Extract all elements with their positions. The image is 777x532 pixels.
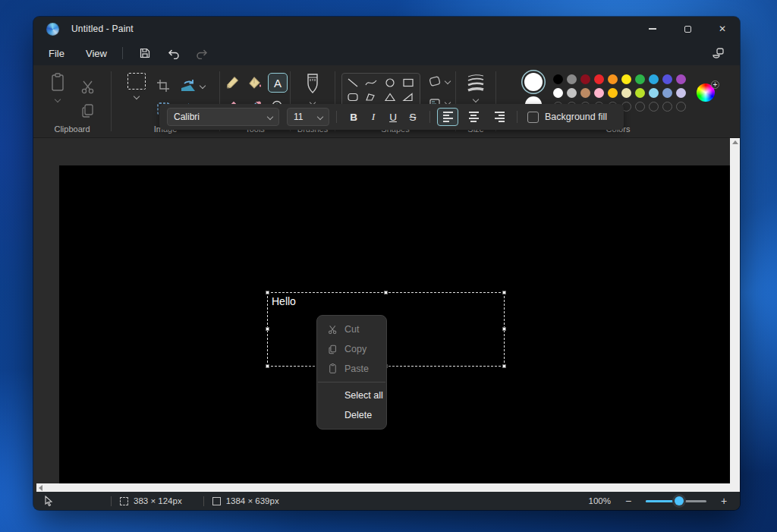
shape-right-triangle-icon[interactable] <box>402 93 414 102</box>
shape-line-icon[interactable] <box>347 78 359 87</box>
redo-button[interactable] <box>191 43 214 63</box>
shape-curve-icon[interactable] <box>365 78 377 87</box>
color-swatch[interactable] <box>594 88 604 98</box>
zoom-out-button[interactable]: − <box>623 495 634 507</box>
rotate-button[interactable] <box>180 79 205 93</box>
color-swatch[interactable] <box>594 74 604 84</box>
color-swatch[interactable] <box>608 88 618 98</box>
vertical-scrollbar[interactable] <box>730 138 740 493</box>
color-swatch[interactable] <box>580 88 590 98</box>
context-menu: Cut Copy Paste Select all <box>316 315 387 430</box>
paste-dropdown-chevron-icon <box>55 96 61 102</box>
context-menu-item-delete[interactable]: Delete <box>317 405 386 425</box>
color-swatch[interactable] <box>608 74 618 84</box>
minimize-icon <box>649 28 656 29</box>
size-button[interactable] <box>467 73 485 102</box>
custom-color-slot[interactable] <box>649 102 659 112</box>
resize-handle[interactable] <box>502 291 506 294</box>
zoom-slider[interactable] <box>646 496 706 505</box>
font-family-select[interactable]: Calibri <box>167 108 279 126</box>
color-swatch[interactable] <box>553 88 563 98</box>
crop-button[interactable] <box>156 79 170 93</box>
text-tool-button[interactable]: A <box>268 73 288 93</box>
align-left-button[interactable] <box>437 108 458 126</box>
resize-handle[interactable] <box>266 364 269 368</box>
shape-rounded-rectangle-icon[interactable] <box>347 93 359 102</box>
edit-colors-button[interactable]: + <box>697 83 716 103</box>
bold-button[interactable]: B <box>344 108 363 126</box>
custom-color-slot[interactable] <box>635 102 645 112</box>
select-icon <box>127 73 146 90</box>
undo-button[interactable] <box>162 43 185 63</box>
maximize-button[interactable] <box>670 17 705 41</box>
maximize-icon <box>684 26 691 33</box>
background-fill-checkbox[interactable] <box>527 112 539 123</box>
color-swatch[interactable] <box>649 88 659 98</box>
zoom-slider-thumb[interactable] <box>675 496 684 505</box>
color-swatch[interactable] <box>567 88 577 98</box>
color-swatch[interactable] <box>662 74 672 84</box>
color-swatch[interactable] <box>649 74 659 84</box>
fill-icon <box>247 75 263 90</box>
color-swatch[interactable] <box>553 74 563 84</box>
font-size-chevron-icon <box>317 114 323 120</box>
font-size-select[interactable]: 11 <box>287 108 329 126</box>
canvas-text[interactable]: Hello <box>272 295 296 307</box>
context-menu-item-select-all[interactable]: Select all <box>317 386 386 405</box>
color-swatch[interactable] <box>635 88 645 98</box>
resize-handle[interactable] <box>266 291 269 294</box>
color-swatch[interactable] <box>621 88 631 98</box>
minimize-button[interactable] <box>635 17 670 41</box>
zoom-in-button[interactable]: + <box>719 495 729 507</box>
resize-handle[interactable] <box>384 291 388 294</box>
paint-window: Untitled - Paint ✕ File View <box>33 17 740 510</box>
settings-button[interactable] <box>706 43 729 63</box>
resize-handle[interactable] <box>502 364 506 368</box>
shape-polygon-icon[interactable] <box>365 93 377 102</box>
close-button[interactable]: ✕ <box>705 17 740 41</box>
strikethrough-button[interactable]: S <box>403 108 423 126</box>
menu-file[interactable]: File <box>41 45 72 62</box>
size-dropdown-chevron-icon <box>473 96 479 102</box>
color-swatch[interactable] <box>676 74 686 84</box>
pencil-tool-button[interactable] <box>222 73 242 93</box>
color-swatch[interactable] <box>567 74 577 84</box>
underline-button[interactable]: U <box>383 108 403 126</box>
custom-color-slot[interactable] <box>662 102 672 112</box>
brushes-button[interactable] <box>305 73 320 105</box>
shape-outline-button[interactable] <box>428 76 450 87</box>
shape-rectangle-icon[interactable] <box>402 78 414 87</box>
align-center-button[interactable] <box>463 108 484 126</box>
copy-button[interactable] <box>81 103 95 118</box>
status-separator <box>111 496 112 506</box>
resize-handle[interactable] <box>502 327 506 331</box>
select-button[interactable] <box>127 73 146 99</box>
context-menu-item-paste: Paste <box>317 359 386 379</box>
color-swatch[interactable] <box>662 88 672 98</box>
save-button[interactable] <box>134 43 156 63</box>
paste-button[interactable] <box>49 73 66 102</box>
canvas-size-value: 1384 × 639px <box>226 496 279 505</box>
resize-handle[interactable] <box>266 327 269 331</box>
title-bar[interactable]: Untitled - Paint ✕ <box>33 17 740 41</box>
menu-separator <box>122 47 123 59</box>
color1-foreground-swatch[interactable] <box>524 73 543 91</box>
canvas[interactable]: Hello <box>59 165 730 483</box>
color-swatch[interactable] <box>621 74 631 84</box>
plus-icon: + <box>711 80 719 89</box>
italic-button[interactable]: I <box>363 108 383 126</box>
color-swatch[interactable] <box>580 74 590 84</box>
menu-view[interactable]: View <box>78 45 115 62</box>
color-swatch[interactable] <box>676 88 686 98</box>
shape-triangle-icon[interactable] <box>384 93 396 102</box>
color-swatch[interactable] <box>635 74 645 84</box>
shape-oval-icon[interactable] <box>384 78 396 87</box>
align-right-button[interactable] <box>489 108 510 126</box>
fill-tool-button[interactable] <box>245 73 265 93</box>
rotate-icon <box>180 79 197 93</box>
cut-icon <box>80 80 96 95</box>
background-fill-toggle[interactable]: Background fill <box>527 112 607 123</box>
shape-outline-chevron-icon <box>444 78 450 84</box>
custom-color-slot[interactable] <box>676 102 686 112</box>
cut-button[interactable] <box>80 80 96 95</box>
